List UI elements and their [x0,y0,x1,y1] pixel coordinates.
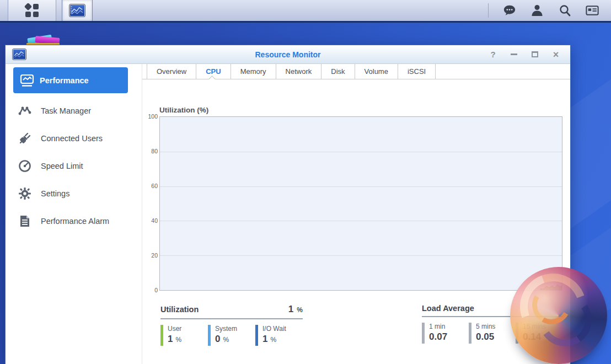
y-tick-40: 40 [143,217,158,224]
y-tick-100: 100 [143,113,158,120]
taskbar-left [0,0,98,21]
tab-overview[interactable]: Overview [147,64,196,79]
utilization-total-unit: % [297,306,303,314]
taskbar-separator [488,3,489,18]
load-color-bar [516,323,518,344]
stat-load-1min: 1 min 0.07 [422,323,469,344]
user-account-icon[interactable] [530,4,544,17]
stat-system: System 0% [208,325,255,346]
tab-bar: Overview CPU Memory Network Disk Volume … [142,64,570,79]
gridline-40 [160,221,562,221]
taskbar [0,0,611,23]
sidebar: Performance Task Manager [6,64,142,364]
tab-iscsi[interactable]: iSCSI [398,64,436,79]
stat-io-wait: I/O Wait 1% [255,325,303,346]
sidebar-item-label: Speed Limit [41,162,83,170]
tab-network[interactable]: Network [276,64,322,79]
tab-cpu[interactable]: CPU [196,64,231,79]
user-color-bar [160,325,163,346]
stat-label: I/O Wait [262,325,286,333]
taskbar-right [488,0,611,21]
maximize-button[interactable] [530,50,539,59]
stat-unit: % [223,336,229,344]
window-titlebar[interactable]: Resource Monitor ? × [6,45,570,64]
window-title: Resource Monitor [6,50,570,59]
y-tick-60: 60 [143,183,158,189]
help-button[interactable]: ? [489,50,497,59]
load-average-title: Load Average [422,304,474,313]
tab-disk[interactable]: Disk [321,64,355,79]
utilization-stats-title: Utilization [160,305,199,314]
stat-value: 0.07 [429,331,447,342]
y-tick-0: 0 [143,287,158,293]
stat-label: 15 mins [523,323,546,330]
y-tick-80: 80 [143,148,158,154]
stat-load-15min: 15 mins 0.14 [516,323,562,344]
stat-user: User 1% [160,325,208,346]
gridline-20 [160,255,562,256]
utilization-stats: Utilization 1 % User 1% [160,304,303,346]
resource-monitor-window: Resource Monitor ? × Performance [6,45,570,364]
notifications-chat-icon[interactable] [503,4,516,17]
main-menu-button[interactable] [8,0,56,21]
minimize-button[interactable] [510,50,518,59]
cpu-usage-sparkline [540,281,562,290]
stat-value: 1 [168,334,173,344]
window-app-icon [13,49,26,60]
sidebar-item-label: Performance [40,76,89,85]
load-color-bar [422,323,425,344]
main-content: Overview CPU Memory Network Disk Volume … [142,64,570,364]
sidebar-item-label: Connected Users [41,134,103,143]
sidebar-item-label: Settings [41,189,69,198]
stat-label: System [215,325,237,333]
tab-memory[interactable]: Memory [231,64,276,79]
settings-gear-icon [18,186,32,201]
gridline-80 [160,152,562,152]
stat-unit: % [175,336,181,344]
performance-chart-icon [20,74,34,87]
load-average-stats: Load Average 1 min 0.07 5 mins [422,304,562,344]
task-manager-icon [18,104,32,118]
resource-monitor-app-icon [69,4,85,17]
stat-label: 5 mins [476,323,495,330]
sidebar-item-label: Performance Alarm [41,217,109,226]
stat-unit: % [270,336,276,344]
sidebar-item-performance-alarm[interactable]: Performance Alarm [13,207,135,235]
load-color-bar [469,323,471,344]
sidebar-item-settings[interactable]: Settings [13,180,135,207]
utilization-plot-area [159,116,562,291]
stat-load-5min: 5 mins 0.05 [469,323,516,344]
desktop-shortcut-file-station-icon[interactable] [25,33,62,46]
stat-label: User [168,325,181,333]
resource-monitor-taskbar-button[interactable] [62,0,93,21]
y-tick-20: 20 [143,252,158,259]
stat-value: 1 [262,334,267,344]
connected-users-plug-icon [18,131,32,146]
stat-value: 0 [215,334,220,344]
tab-volume[interactable]: Volume [355,64,398,79]
utilization-total-value: 1 [288,304,293,315]
speed-limit-gauge-icon [18,159,32,173]
window-controls: ? × [489,50,570,59]
stat-value: 0.05 [476,331,495,342]
gridline-60 [160,186,562,187]
close-button[interactable]: × [551,50,560,59]
main-menu-icon [25,3,39,18]
sidebar-item-connected-users[interactable]: Connected Users [13,125,135,152]
sidebar-item-label: Task Manager [41,106,91,115]
performance-alarm-icon [18,214,32,228]
sidebar-item-speed-limit[interactable]: Speed Limit [13,152,135,180]
sidebar-item-performance[interactable]: Performance [13,67,128,93]
stat-value: 0.14 [523,331,546,342]
chart-title: Utilization (%) [159,106,208,114]
pilot-view-icon[interactable] [586,4,599,17]
io-wait-color-bar [255,325,258,346]
search-icon[interactable] [558,4,571,17]
system-color-bar [208,325,211,346]
sidebar-item-task-manager[interactable]: Task Manager [13,97,135,125]
stat-label: 1 min [429,323,447,330]
